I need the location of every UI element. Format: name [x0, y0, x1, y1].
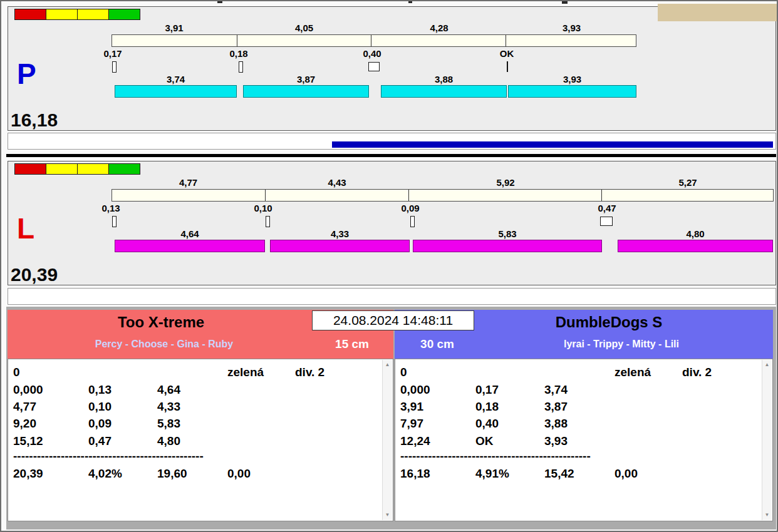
p-change-time-1: 0,17 — [94, 48, 132, 59]
p-change-indicator-1 — [112, 61, 117, 73]
start-light-red — [14, 9, 46, 20]
l-dog-bar-3 — [413, 240, 602, 252]
table-row: 3,91 0,18 3,87 — [395, 399, 772, 414]
cell: 3,91 — [400, 399, 423, 414]
cell: 0,000 — [13, 382, 43, 397]
window-edge-artifact — [217, 1, 222, 3]
cell: 0,18 — [475, 399, 499, 414]
start-light-yellow-2 — [77, 9, 109, 20]
right-results-table: 0 zelená div. 2 0,000 0,17 3,74 3,91 0,1… — [395, 359, 773, 521]
scroll-down-icon[interactable]: ▼ — [762, 510, 772, 520]
l-split-time-4: 5,27 — [602, 177, 774, 188]
l-split-segment-4 — [602, 190, 773, 201]
start-light-yellow-2 — [77, 163, 109, 175]
p-progress-strip — [8, 133, 776, 150]
cell: 0,13 — [88, 382, 112, 397]
table-row: 7,97 0,40 3,88 — [395, 416, 772, 431]
left-table-scrollbar[interactable]: ▲ ▼ — [382, 360, 392, 520]
cell: 3,93 — [544, 434, 568, 449]
l-dog-time-1: 4,64 — [115, 228, 265, 239]
left-net-time: 19,60 — [157, 466, 187, 481]
p-split-segment-2 — [237, 35, 371, 46]
p-split-time-4: 3,93 — [507, 23, 636, 33]
dashed-separator: ----------------------------------------… — [400, 449, 591, 464]
left-total-time: 20,39 — [13, 466, 43, 481]
cell: 4,77 — [13, 399, 36, 414]
l-dog-bar-1 — [115, 240, 265, 252]
left-results-table: 0 zelená div. 2 0,000 0,13 4,64 4,77 0,1… — [8, 359, 393, 521]
p-split-segment-3 — [371, 35, 506, 46]
cell: 3,88 — [544, 416, 568, 431]
right-penalty: 0,00 — [615, 466, 638, 481]
p-dog-bar-4 — [508, 85, 636, 98]
start-light-yellow-1 — [46, 9, 78, 20]
window-edge-artifact — [408, 1, 412, 3]
l-dog-time-4: 4,80 — [618, 228, 773, 239]
table-totals-row: 16,18 4,91% 15,42 0,00 — [395, 466, 772, 481]
p-dog-bar-1 — [115, 85, 237, 98]
right-team-dogs: lyrai - Trippy - Mitty - Lili — [470, 339, 773, 350]
window-edge-artifact — [562, 1, 568, 4]
l-split-track — [112, 189, 774, 202]
right-status: zelená — [615, 365, 651, 380]
left-status: zelená — [227, 365, 264, 380]
l-progress-strip — [8, 288, 776, 305]
table-row: 0,000 0,17 3,74 — [395, 382, 772, 397]
cell: 7,97 — [400, 416, 423, 431]
l-dog-time-2: 4,33 — [270, 228, 410, 239]
l-total-time: 20,39 — [11, 265, 58, 284]
cell: 9,20 — [13, 416, 36, 431]
l-dog-bar-2 — [270, 240, 410, 252]
p-split-time-3: 4,28 — [371, 23, 507, 33]
p-split-segment-1 — [112, 35, 237, 46]
p-dog-time-2: 3,87 — [243, 74, 369, 84]
lane-l-panel: 4,77 4,43 5,92 5,27 0,13 0,10 0,09 0,47 … — [8, 161, 776, 285]
p-change-time-3: 0,40 — [353, 48, 391, 59]
table-separator-row: ----------------------------------------… — [8, 449, 393, 464]
table-row: 15,12 0,47 4,80 — [8, 434, 393, 449]
p-total-time: 16,18 — [11, 111, 58, 130]
cell: 5,83 — [157, 416, 180, 431]
p-change-time-2: 0,18 — [220, 48, 257, 59]
left-jump-height: 15 cm — [302, 337, 402, 351]
p-ok-tick — [507, 61, 508, 72]
p-dog-time-1: 3,74 — [115, 74, 237, 84]
scroll-down-icon[interactable]: ▼ — [383, 510, 392, 520]
lane-separator — [6, 154, 776, 157]
l-split-time-2: 4,43 — [265, 177, 409, 188]
left-team-dogs: Percy - Choose - Gina - Ruby — [8, 339, 321, 350]
l-dog-bar-4 — [618, 240, 773, 252]
table-row: 0,000 0,13 4,64 — [8, 382, 393, 397]
l-change-time-3: 0,09 — [392, 203, 429, 213]
dashed-separator: ----------------------------------------… — [13, 449, 204, 464]
right-total-percent: 4,91% — [475, 466, 509, 481]
cell: 0,47 — [88, 434, 112, 449]
l-change-time-2: 0,10 — [244, 203, 282, 213]
start-light-yellow-1 — [46, 163, 78, 175]
lane-p-panel: 3,91 4,05 4,28 3,93 0,17 0,18 0,40 OK P … — [8, 6, 776, 131]
l-split-time-3: 5,92 — [409, 177, 602, 188]
scroll-up-icon[interactable]: ▲ — [762, 360, 772, 370]
p-change-indicator-2 — [239, 61, 243, 73]
flyball-timer-window: 3,91 4,05 4,28 3,93 0,17 0,18 0,40 OK P … — [0, 0, 778, 532]
l-change-indicator-3 — [410, 216, 415, 227]
table-row: 9,20 0,09 5,83 — [8, 416, 393, 431]
cell: 0,09 — [88, 416, 112, 431]
right-table-scrollbar[interactable]: ▲ ▼ — [762, 360, 772, 520]
right-jump-height: 30 cm — [400, 337, 475, 351]
left-total-percent: 4,02% — [88, 466, 122, 481]
cell: 3,87 — [544, 399, 568, 414]
left-run-number: 0 — [13, 365, 20, 380]
p-split-track — [112, 34, 636, 47]
l-change-time-1: 0,13 — [92, 203, 130, 213]
scroll-up-icon[interactable]: ▲ — [383, 360, 392, 370]
cell: 0,10 — [88, 399, 112, 414]
table-separator-row: ----------------------------------------… — [395, 449, 772, 464]
table-row: 0 zelená div. 2 — [395, 365, 772, 380]
p-dog-bar-2 — [243, 85, 369, 98]
cell: 0,000 — [400, 382, 430, 397]
table-totals-row: 20,39 4,02% 19,60 0,00 — [8, 466, 393, 481]
left-division: div. 2 — [295, 365, 324, 380]
table-row: 4,77 0,10 4,33 — [8, 399, 393, 414]
left-penalty: 0,00 — [227, 466, 251, 481]
